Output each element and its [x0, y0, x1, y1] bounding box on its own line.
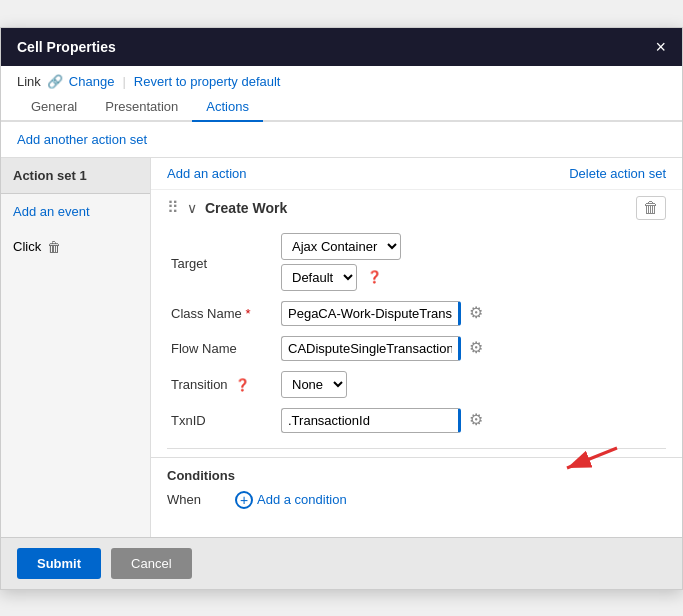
dialog-header: Cell Properties × [1, 28, 682, 66]
class-name-label: Class Name * [167, 296, 277, 331]
link-label: Link [17, 74, 41, 89]
sidebar: Action set 1 Add an event Click 🗑 [1, 158, 151, 537]
action-item: ⠿ ∨ Create Work 🗑 Target Ajax C [151, 190, 682, 444]
target-row: Target Ajax Container Default [167, 228, 666, 296]
transition-label: Transition ❓ [167, 366, 277, 403]
transition-info-icon[interactable]: ❓ [235, 378, 250, 392]
add-event-link[interactable]: Add an event [13, 204, 90, 219]
click-event-label: Click [13, 239, 41, 254]
conditions-section: Conditions When + Add a condition [151, 457, 682, 519]
tab-general[interactable]: General [17, 93, 91, 122]
add-condition-button[interactable]: + Add a condition [235, 491, 347, 509]
class-name-row: Class Name * ⚙ [167, 296, 666, 331]
delete-action-icon[interactable]: 🗑 [636, 196, 666, 220]
txnid-value-cell: ⚙ [277, 403, 666, 438]
action-title: Create Work [205, 200, 628, 216]
event-row: Add an event [1, 194, 150, 229]
separator-line [167, 448, 666, 449]
tab-presentation[interactable]: Presentation [91, 93, 192, 122]
link-icon: 🔗 [47, 74, 63, 89]
dialog-body: Link 🔗 Change | Revert to property defau… [1, 66, 682, 537]
separator: | [122, 74, 125, 89]
when-row: When + Add a condition [167, 491, 666, 509]
content-area: Action set 1 Add an event Click 🗑 Add an… [1, 157, 682, 537]
class-name-gear-icon[interactable]: ⚙ [469, 304, 483, 321]
txnid-input[interactable] [281, 408, 461, 433]
class-name-input[interactable] [281, 301, 461, 326]
txnid-label: TxnID [167, 403, 277, 438]
revert-link[interactable]: Revert to property default [134, 74, 281, 89]
required-star: * [245, 306, 250, 321]
target-sub-row: Default ❓ [281, 264, 662, 291]
target-label: Target [167, 228, 277, 296]
txnid-gear-icon[interactable]: ⚙ [469, 411, 483, 428]
action-panel-header: Add an action Delete action set [151, 158, 682, 190]
dialog-footer: Submit Cancel [1, 537, 682, 589]
target-sub-select[interactable]: Default [281, 264, 357, 291]
delete-action-set-link[interactable]: Delete action set [569, 166, 666, 181]
when-label: When [167, 492, 227, 507]
chevron-down-icon[interactable]: ∨ [187, 200, 197, 216]
add-action-link[interactable]: Add an action [167, 166, 247, 181]
main-panel: Add an action Delete action set ⠿ ∨ Crea… [151, 158, 682, 537]
submit-button[interactable]: Submit [17, 548, 101, 579]
click-event-row: Click 🗑 [1, 229, 150, 265]
flow-name-gear-icon[interactable]: ⚙ [469, 339, 483, 356]
add-condition-label: Add a condition [257, 492, 347, 507]
class-name-value-cell: ⚙ [277, 296, 666, 331]
tab-actions[interactable]: Actions [192, 93, 263, 122]
action-row: ⠿ ∨ Create Work 🗑 [167, 196, 666, 220]
txnid-row: TxnID ⚙ [167, 403, 666, 438]
add-condition-circle-icon: + [235, 491, 253, 509]
link-row: Link 🔗 Change | Revert to property defau… [1, 66, 682, 93]
flow-name-label: Flow Name [167, 331, 277, 366]
flow-name-input[interactable] [281, 336, 461, 361]
cell-properties-dialog: Cell Properties × Link 🔗 Change | Revert… [0, 27, 683, 590]
target-select[interactable]: Ajax Container [281, 233, 401, 260]
flow-name-value-cell: ⚙ [277, 331, 666, 366]
close-button[interactable]: × [655, 38, 666, 56]
cancel-button[interactable]: Cancel [111, 548, 191, 579]
transition-select[interactable]: None [281, 371, 347, 398]
drag-handle-icon[interactable]: ⠿ [167, 198, 179, 217]
target-controls: Ajax Container Default ❓ [281, 233, 662, 291]
change-link[interactable]: Change [69, 74, 115, 89]
tabs-row: General Presentation Actions [1, 93, 682, 122]
transition-value-cell: None [277, 366, 666, 403]
target-info-icon[interactable]: ❓ [367, 270, 382, 284]
dialog-title: Cell Properties [17, 39, 116, 55]
action-set-header: Action set 1 [1, 158, 150, 194]
action-form: Target Ajax Container Default [167, 228, 666, 438]
delete-event-icon[interactable]: 🗑 [47, 239, 61, 255]
conditions-title: Conditions [167, 468, 666, 483]
transition-row: Transition ❓ None [167, 366, 666, 403]
target-value-cell: Ajax Container Default ❓ [277, 228, 666, 296]
add-action-set-link[interactable]: Add another action set [1, 122, 682, 157]
flow-name-row: Flow Name ⚙ [167, 331, 666, 366]
